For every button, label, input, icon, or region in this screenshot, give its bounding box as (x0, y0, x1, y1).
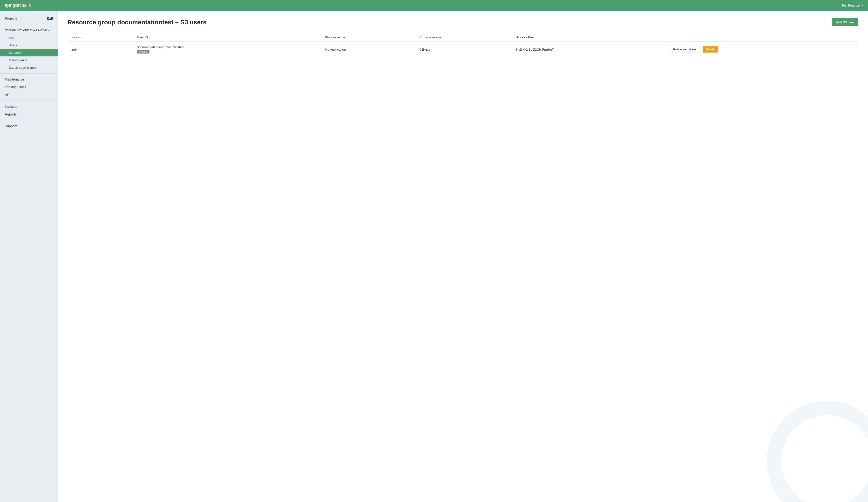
status-badge: pending (137, 50, 149, 53)
sidebar-item-invoices[interactable]: Invoices (0, 103, 58, 111)
sidebar-item-maintenance[interactable]: Maintenance (0, 75, 58, 83)
sidebar-divider-3 (0, 101, 58, 101)
cell-access-key: NyDXXzSp5i2CHjFpnHa7 (513, 42, 666, 57)
app-logo: flyingcircus.io (5, 3, 31, 8)
sidebar-item-reports[interactable]: Reports (0, 111, 58, 118)
sidebar-item-maintenance-sub[interactable]: Maintenance (0, 57, 58, 64)
sidebar: Projects 46 documentationtest – Overview… (0, 11, 58, 502)
user-menu[interactable]: Test Benutzer (842, 3, 864, 7)
main-content: Resource group documentationtest – S3 us… (58, 11, 868, 502)
rotate-secret-key-button[interactable]: Rotate secret key (670, 46, 700, 53)
col-display-name: Display name (322, 33, 416, 42)
sidebar-item-overview[interactable]: documentationtest – Overview (0, 26, 58, 34)
sidebar-divider-1 (0, 24, 58, 24)
table-header-row: Location User ID Display name Storage us… (68, 33, 858, 42)
page-title: Resource group documentationtest – S3 us… (68, 19, 206, 26)
col-storage-usage: Storage usage (417, 33, 513, 42)
col-actions (666, 33, 858, 42)
delete-button[interactable]: Delete (703, 46, 718, 53)
cell-location: rzob (68, 42, 134, 57)
s3-users-table: Location User ID Display name Storage us… (68, 33, 858, 57)
sidebar-item-vms[interactable]: VMs (0, 34, 58, 41)
sidebar-item-projects[interactable]: Projects 46 (0, 14, 58, 22)
cell-storage-usage: 0 Bytes (417, 42, 513, 57)
col-location: Location (68, 33, 134, 42)
sidebar-item-looking-glass[interactable]: Looking Glass (0, 83, 58, 91)
table-row: rzob documentationtest:myapplication pen… (68, 42, 858, 57)
add-s3-user-button[interactable]: Add S3 user (832, 18, 858, 26)
cell-display-name: My Application (322, 42, 416, 57)
col-user-id: User ID (134, 33, 322, 42)
col-access-key: Access Key (513, 33, 666, 42)
sidebar-item-s3-users[interactable]: S3 users (0, 49, 58, 57)
sidebar-item-api[interactable]: API (0, 91, 58, 99)
projects-badge: 46 (47, 17, 53, 20)
background-decoration (767, 401, 868, 502)
sidebar-item-status-page-history[interactable]: Status page history (0, 64, 58, 71)
sidebar-item-support[interactable]: Support (0, 122, 58, 130)
cell-user-id: documentationtest:myapplication pending (134, 42, 322, 57)
page-header: Resource group documentationtest – S3 us… (68, 18, 858, 26)
cell-actions: Rotate secret key Delete (666, 42, 858, 57)
top-navigation: flyingcircus.io Test Benutzer (0, 0, 868, 11)
sidebar-item-users[interactable]: Users (0, 41, 58, 49)
